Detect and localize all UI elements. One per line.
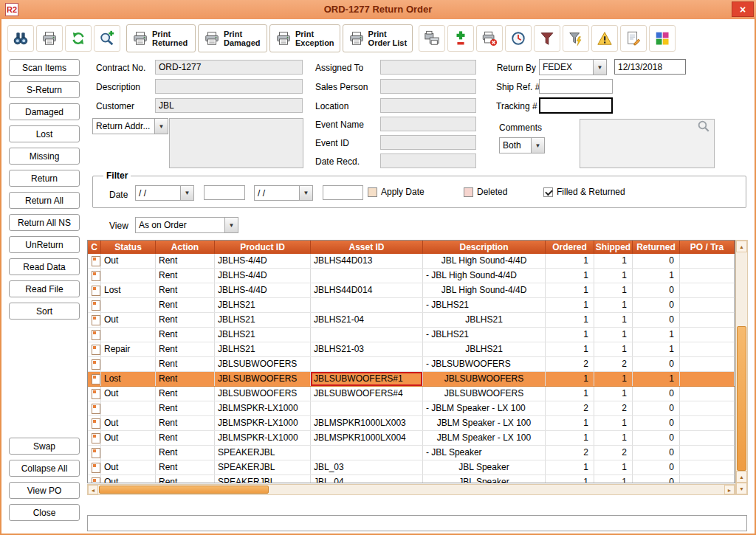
sidebar-button-missing[interactable]: Missing	[9, 148, 80, 165]
edit-note-button[interactable]	[620, 25, 647, 52]
chevron-down-icon[interactable]	[154, 119, 168, 134]
row-checkbox-icon[interactable]	[92, 359, 100, 370]
scroll-left-icon[interactable]: ◄	[88, 485, 98, 494]
return-address-dropdown[interactable]: Return Addr...	[92, 118, 168, 134]
sidebar-button-return-all-ns[interactable]: Return All NS	[9, 214, 80, 231]
column-header-c[interactable]: C	[88, 241, 101, 254]
tracking-field[interactable]	[539, 97, 613, 114]
filter-button[interactable]	[534, 25, 560, 52]
column-header-status[interactable]: Status	[101, 241, 156, 254]
scroll-up-icon[interactable]: ▲	[736, 241, 747, 252]
printer-button[interactable]	[36, 25, 63, 52]
cell-c[interactable]	[88, 298, 101, 312]
scroll-up-fast-icon[interactable]: ▲	[736, 471, 747, 483]
status-message-field[interactable]	[87, 515, 747, 531]
chevron-down-icon[interactable]	[299, 186, 312, 200]
cell-c[interactable]	[88, 460, 101, 474]
cell-c[interactable]	[88, 416, 101, 430]
table-row[interactable]: RentJBLHS21- JBLHS21110	[88, 298, 735, 313]
return-by-dropdown[interactable]: FEDEX	[539, 59, 607, 75]
row-checkbox-icon[interactable]	[92, 389, 100, 399]
print-exception-button[interactable]: PrintException	[269, 24, 340, 52]
column-header-action[interactable]: Action	[156, 241, 215, 254]
row-checkbox-icon[interactable]	[92, 315, 100, 325]
chevron-down-icon[interactable]	[180, 186, 193, 200]
row-checkbox-icon[interactable]	[92, 404, 100, 414]
table-row[interactable]: OutRentSPEAKERJBLJBL_04JBL Speaker110	[88, 475, 735, 483]
checkbox-filled-returned[interactable]: Filled & Returned	[543, 187, 625, 197]
row-checkbox-icon[interactable]	[92, 433, 100, 443]
cell-c[interactable]	[88, 342, 101, 356]
print-damaged-button[interactable]: PrintDamaged	[198, 24, 267, 52]
table-row[interactable]: RentJBLMSPKR-LX1000- JBLM Speaker - LX 1…	[88, 401, 735, 416]
cell-c[interactable]	[88, 372, 101, 386]
search-add-button[interactable]	[94, 25, 120, 52]
row-checkbox-icon[interactable]	[92, 286, 100, 296]
checkbox-deleted[interactable]: Deleted	[464, 187, 507, 197]
table-row[interactable]: RentJBLHS21- JBLHS21111	[88, 328, 735, 342]
row-checkbox-icon[interactable]	[92, 374, 100, 384]
row-checkbox-icon[interactable]	[92, 256, 100, 266]
add-remove-button[interactable]	[447, 25, 474, 52]
filter-flash-button[interactable]	[563, 25, 589, 52]
row-checkbox-icon[interactable]	[92, 330, 100, 340]
horizontal-scroll-thumb[interactable]	[99, 486, 269, 494]
cell-c[interactable]	[88, 446, 101, 460]
cell-c[interactable]	[88, 328, 101, 342]
checkbox-apply-date[interactable]: Apply Date	[368, 187, 425, 197]
refresh-button[interactable]	[65, 25, 92, 52]
cell-c[interactable]	[88, 254, 101, 268]
cell-c[interactable]	[88, 283, 101, 297]
table-row[interactable]: LostRentJBLSUBWOOFERSJBLSUBWOOFERS#1JBLS…	[88, 372, 735, 387]
sidebar-button-sort[interactable]: Sort	[9, 303, 80, 320]
table-row[interactable]: OutRentSPEAKERJBLJBL_03JBL Speaker110	[88, 460, 735, 475]
table-row[interactable]: OutRentJBLHS-4/4DJBLHS44D013JBL High Sou…	[88, 254, 735, 269]
sidebar-button-collapse-all[interactable]: Collapse All	[9, 460, 80, 477]
table-row[interactable]: RentSPEAKERJBL- JBL Speaker220	[88, 446, 735, 460]
comments-textarea[interactable]	[580, 119, 715, 168]
table-row[interactable]: RentJBLHS-4/4D- JBL High Sound-4/4D111	[88, 269, 735, 283]
sidebar-button-read-data[interactable]: Read Data	[9, 258, 80, 275]
horizontal-scrollbar[interactable]: ◄ ►	[87, 484, 735, 495]
return-by-date-field[interactable]	[614, 59, 686, 75]
cell-c[interactable]	[88, 475, 101, 483]
chevron-down-icon[interactable]	[224, 218, 238, 232]
print-order-list-button[interactable]: PrintOrder List	[343, 24, 413, 52]
table-row[interactable]: LostRentJBLHS-4/4DJBLHS44D014JBL High So…	[88, 283, 735, 298]
vertical-scrollbar[interactable]: ▲ ▲ ▼	[735, 240, 748, 495]
chevron-down-icon[interactable]	[531, 138, 544, 153]
column-header-returned[interactable]: Returned	[633, 241, 680, 254]
filter-text-2-field[interactable]	[323, 185, 363, 200]
filter-text-1-field[interactable]	[204, 185, 245, 200]
sidebar-button-view-po[interactable]: View PO	[9, 482, 80, 499]
cell-c[interactable]	[88, 313, 101, 327]
column-header-ordered[interactable]: Ordered	[546, 241, 594, 254]
sidebar-button-return-all[interactable]: Return All	[9, 192, 80, 209]
printers-button[interactable]	[419, 25, 445, 52]
sidebar-button-scan-items[interactable]: Scan Items	[9, 59, 80, 76]
row-checkbox-icon[interactable]	[92, 271, 100, 281]
sidebar-button-damaged[interactable]: Damaged	[9, 103, 80, 120]
close-window-button[interactable]: ×	[732, 1, 754, 17]
cell-c[interactable]	[88, 431, 101, 445]
search-comments-icon[interactable]	[697, 120, 710, 136]
sidebar-button-unreturn[interactable]: UnReturn	[9, 236, 80, 253]
cell-c[interactable]	[88, 269, 101, 283]
cell-c[interactable]	[88, 401, 101, 415]
filter-date-from-dropdown[interactable]: / /	[135, 185, 194, 201]
table-row[interactable]: RentJBLSUBWOOFERS- JBLSUBWOOFERS220	[88, 357, 735, 372]
table-row[interactable]: OutRentJBLMSPKR-LX1000JBLMSPKR1000LX003J…	[88, 416, 735, 431]
scroll-down-icon[interactable]: ▼	[736, 483, 747, 494]
table-row[interactable]: RepairRentJBLHS21JBLHS21-03JBLHS21111	[88, 342, 735, 357]
row-checkbox-icon[interactable]	[92, 300, 100, 311]
row-checkbox-icon[interactable]	[92, 448, 100, 458]
scroll-right-icon[interactable]: ►	[724, 485, 735, 494]
ship-ref-field[interactable]	[539, 79, 613, 94]
table-row[interactable]: OutRentJBLSUBWOOFERSJBLSUBWOOFERS#4JBLSU…	[88, 387, 735, 401]
column-header-product-id[interactable]: Product ID	[215, 241, 311, 254]
binoculars-button[interactable]	[7, 25, 34, 52]
chevron-down-icon[interactable]	[593, 60, 606, 75]
warning-button[interactable]	[591, 25, 618, 52]
history-button[interactable]	[505, 25, 532, 52]
comments-filter-dropdown[interactable]: Both	[499, 137, 545, 153]
